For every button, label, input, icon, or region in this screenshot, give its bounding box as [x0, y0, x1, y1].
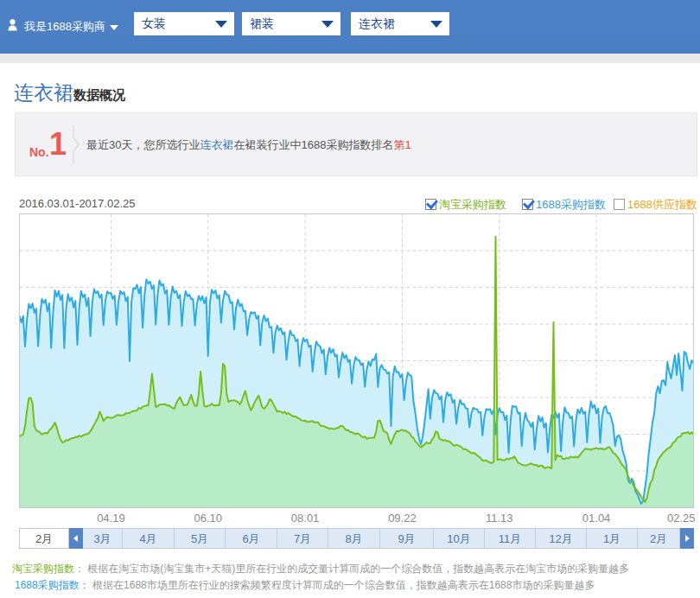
svg-text:09.22: 09.22: [388, 512, 417, 525]
svg-text:11.13: 11.13: [486, 512, 513, 525]
svg-text:01.04: 01.04: [582, 512, 611, 525]
svg-text:06.10: 06.10: [194, 512, 222, 525]
svg-text:02.25: 02.25: [667, 512, 696, 525]
svg-text:04.19: 04.19: [97, 512, 125, 525]
svg-text:08.01: 08.01: [291, 512, 320, 525]
